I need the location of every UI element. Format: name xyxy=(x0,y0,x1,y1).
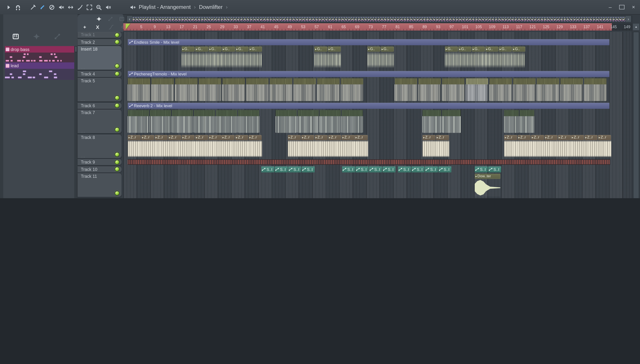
audio-clip[interactable]: ▸Z..r xyxy=(288,135,301,140)
track-header[interactable]: Track 11 xyxy=(78,173,122,197)
audio-clip[interactable]: ▸Z..r xyxy=(235,135,248,140)
audio-clip[interactable] xyxy=(216,110,237,133)
track-header[interactable]: Insert 18... xyxy=(78,46,122,70)
track-header[interactable]: Track 5... xyxy=(78,78,122,102)
mute-led[interactable] xyxy=(115,40,120,44)
audio-clip[interactable]: ▸Z..r xyxy=(584,135,597,140)
mute-led[interactable] xyxy=(115,64,120,68)
mute-led[interactable] xyxy=(115,96,120,100)
track-lane[interactable]: Reeverb 2 - Mix level xyxy=(123,102,632,109)
mute-led[interactable] xyxy=(115,191,120,196)
audio-clip[interactable]: ▸Z..r xyxy=(544,135,558,140)
audio-clip[interactable]: ▸Z..r xyxy=(598,135,611,140)
audio-clip[interactable] xyxy=(317,78,340,101)
audio-clip[interactable] xyxy=(298,110,319,133)
zoom-tool-icon[interactable] xyxy=(96,4,102,10)
automation-clip[interactable]: S..t xyxy=(439,166,452,172)
audio-clip[interactable]: ▸G.. xyxy=(459,46,472,52)
scroll-right-button[interactable]: › xyxy=(626,16,631,22)
preview-tool-icon[interactable] xyxy=(105,4,111,10)
audio-clip[interactable]: ▸G.. xyxy=(328,46,341,52)
mute-led[interactable] xyxy=(115,71,120,76)
audio-clip[interactable]: ▸G.. xyxy=(195,46,208,52)
audio-clip[interactable]: ▸Z..r xyxy=(155,135,168,140)
audio-clip[interactable]: ▸G.. xyxy=(314,46,327,52)
scroll-left-button[interactable]: ‹ xyxy=(127,16,132,22)
audio-clip[interactable] xyxy=(238,110,259,133)
track-lane[interactable] xyxy=(123,198,632,198)
automation-clip[interactable]: S..t xyxy=(288,166,301,172)
audio-clip[interactable]: ▸Z..r xyxy=(128,135,141,140)
breadcrumb-item[interactable]: Downlifter xyxy=(199,4,223,10)
audio-clip[interactable] xyxy=(294,78,316,101)
stretch-tool-icon[interactable] xyxy=(68,4,74,10)
track-lane[interactable]: ▸Z..r▸Z..r▸Z..r▸Z..r▸Z..r▸Z..r▸Z..r▸Z..r… xyxy=(123,134,632,158)
audio-clip[interactable]: ▸Z..r xyxy=(301,135,314,140)
audio-clip[interactable] xyxy=(246,78,269,101)
draw-tool-icon[interactable] xyxy=(40,4,45,10)
audio-clip[interactable] xyxy=(172,110,193,133)
playhead-marker[interactable] xyxy=(126,24,130,30)
audio-clip[interactable] xyxy=(489,78,512,101)
breadcrumb-section[interactable]: Playlist - Arrangement xyxy=(139,4,191,10)
view-tab-audio-clips[interactable] xyxy=(96,16,102,22)
track-lane[interactable] xyxy=(123,78,632,102)
audio-clip[interactable]: ▸Z..r xyxy=(342,135,355,140)
audio-clip[interactable]: ▸G.. xyxy=(236,46,249,52)
audio-clip[interactable]: ▸G.. xyxy=(445,46,458,52)
slide-button[interactable] xyxy=(109,24,114,30)
track-lane[interactable]: ▸G..▸G..▸G..▸G..▸G..▸G..▸G..▸G..▸G..▸G..… xyxy=(123,46,632,70)
audio-clip[interactable]: ▸Z..r xyxy=(531,135,544,140)
picker-tab-automation[interactable] xyxy=(54,33,61,40)
audio-clip[interactable]: ▸Z..r xyxy=(168,135,181,140)
track-header[interactable]: Track 2 xyxy=(78,39,122,45)
track-lane[interactable] xyxy=(123,159,632,165)
pattern-thumbnail[interactable] xyxy=(5,69,74,80)
audio-clip[interactable]: ▸Z..r xyxy=(355,135,368,140)
automation-clip[interactable]: S..t xyxy=(411,166,424,172)
audio-clip[interactable]: ▸G.. xyxy=(499,46,512,52)
add-button[interactable]: + xyxy=(83,24,89,30)
automation-clip[interactable]: S..t xyxy=(275,166,288,172)
audio-clip[interactable]: ▸Z..r xyxy=(195,135,208,140)
audio-clip[interactable] xyxy=(466,78,488,101)
audio-clip[interactable] xyxy=(422,110,441,133)
timeline-ruler[interactable]: 5913172125293337414549535761656973778185… xyxy=(123,23,632,31)
audio-clip[interactable]: ▸Z..r xyxy=(518,135,531,140)
mute-led[interactable] xyxy=(115,32,120,37)
automation-clip[interactable]: S..t xyxy=(475,166,488,172)
cut-button[interactable]: X xyxy=(96,24,101,30)
track-lane[interactable]: S..tS..tS..tS..tS..tS..tS..tS..tS..tS..t… xyxy=(123,166,632,172)
minimize-button[interactable]: – xyxy=(607,4,613,10)
audio-clip[interactable]: ▸G.. xyxy=(512,46,525,52)
picker-scrollbar[interactable] xyxy=(74,46,78,198)
close-button[interactable]: × xyxy=(630,4,637,10)
audio-clip[interactable] xyxy=(175,78,197,101)
track-header[interactable]: Track 7... xyxy=(78,110,122,134)
pattern-item[interactable]: lead xyxy=(5,62,74,69)
audio-clip[interactable] xyxy=(320,110,341,133)
scroll-up-button[interactable]: ▴ xyxy=(633,24,639,30)
track-header[interactable]: Track 4 xyxy=(78,71,122,77)
audio-clip[interactable]: ▸Z..r xyxy=(209,135,222,140)
audio-clip[interactable] xyxy=(418,78,441,101)
track-header[interactable]: Track 8... xyxy=(78,134,122,158)
select-tool-icon[interactable] xyxy=(86,4,92,10)
picker-tab-patterns[interactable] xyxy=(12,33,19,40)
automation-clip[interactable]: Endless Smile - Mix level xyxy=(128,39,609,45)
automation-clip[interactable]: S..t xyxy=(398,166,411,172)
scrollbar-handle[interactable] xyxy=(75,46,77,52)
delete-tool-icon[interactable] xyxy=(49,4,55,10)
audio-clip[interactable]: ▸Dow..ter xyxy=(475,174,500,179)
track-header[interactable]: Track 10 xyxy=(78,166,122,172)
audio-clip[interactable]: ▸Z..r xyxy=(436,135,449,140)
audio-clip[interactable]: ▸Z..r xyxy=(422,135,436,140)
audio-clip[interactable]: ▸Z..r xyxy=(558,135,571,140)
automation-clip[interactable]: S..t xyxy=(342,166,355,172)
track-lane[interactable] xyxy=(123,32,632,38)
mute-led[interactable] xyxy=(115,103,120,108)
audio-clip[interactable] xyxy=(341,78,363,101)
view-tab-automation[interactable] xyxy=(108,16,113,22)
audio-clip[interactable]: ▸G.. xyxy=(381,46,394,52)
pattern-item[interactable]: drop bass xyxy=(5,46,74,52)
